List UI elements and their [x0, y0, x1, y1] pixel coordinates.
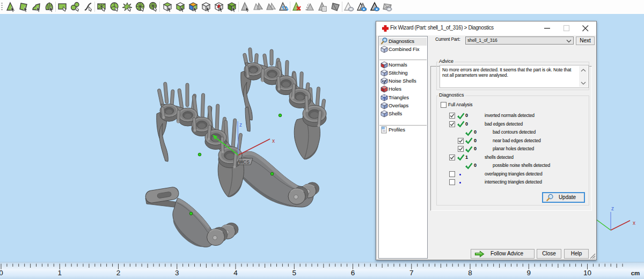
svg-text:6: 6: [351, 269, 355, 277]
svg-text:1: 1: [57, 269, 62, 277]
svg-text:5: 5: [292, 269, 296, 277]
svg-text:9: 9: [526, 269, 531, 277]
svg-text:z: z: [239, 122, 242, 128]
svg-text:0: 0: [0, 269, 3, 277]
svg-text:z: z: [611, 205, 614, 211]
svg-text:2: 2: [116, 269, 121, 277]
svg-text:x: x: [633, 220, 635, 226]
svg-text:4: 4: [233, 269, 238, 277]
svg-text:x: x: [272, 138, 275, 144]
svg-text:cm: cm: [631, 270, 640, 276]
svg-text:10: 10: [583, 269, 591, 277]
svg-text:WCS: WCS: [239, 159, 250, 165]
svg-text:8: 8: [468, 269, 472, 277]
svg-text:3: 3: [175, 269, 179, 277]
svg-text:7: 7: [409, 269, 414, 277]
